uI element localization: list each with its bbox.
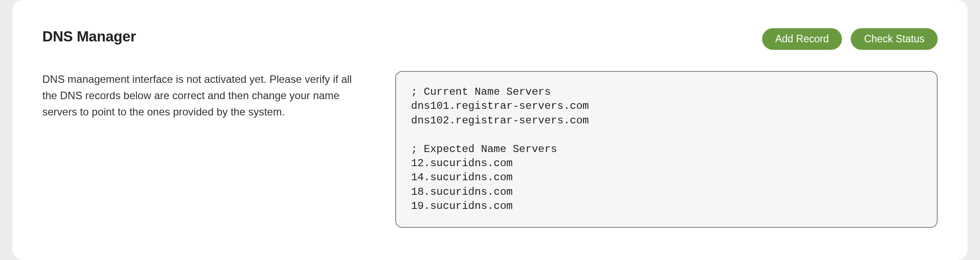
header-row: DNS Manager Add Record Check Status xyxy=(42,28,938,50)
page-title: DNS Manager xyxy=(42,28,136,45)
description-text: DNS management interface is not activate… xyxy=(42,71,360,120)
nameservers-code-block: ; Current Name Servers dns101.registrar-… xyxy=(395,71,938,228)
content-row: DNS management interface is not activate… xyxy=(42,71,938,228)
add-record-button[interactable]: Add Record xyxy=(762,28,842,50)
button-group: Add Record Check Status xyxy=(762,28,938,50)
dns-manager-card: DNS Manager Add Record Check Status DNS … xyxy=(12,0,968,260)
check-status-button[interactable]: Check Status xyxy=(851,28,938,50)
